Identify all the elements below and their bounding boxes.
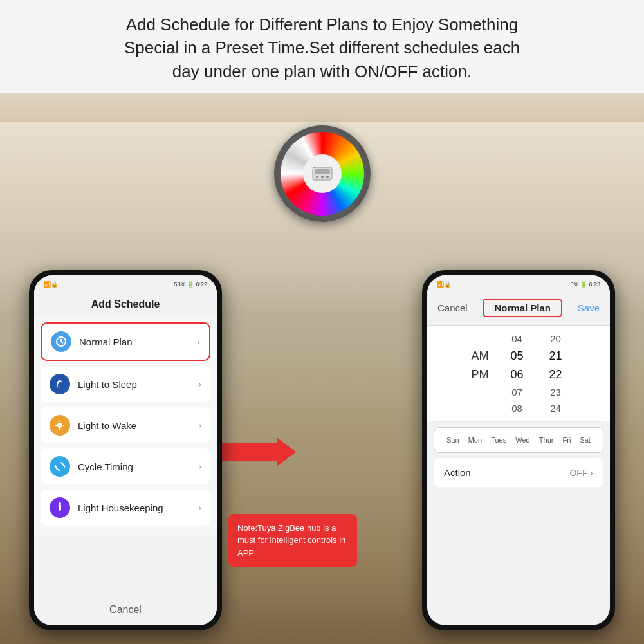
note-box: Note:Tuya ZigBee hub is a must for intel… xyxy=(228,514,357,567)
status-info-right: 53% 🔋 6:22 xyxy=(174,281,207,288)
schedule-item-cycle-timing[interactable]: Cycle Timing › xyxy=(41,448,210,484)
day-tues[interactable]: Tues xyxy=(490,434,508,446)
light-housekeeping-arrow: › xyxy=(198,502,201,513)
minute-0: 20 xyxy=(543,333,569,344)
action-label: Action xyxy=(444,467,471,478)
minute-3: 23 xyxy=(543,387,569,398)
day-mon[interactable]: Mon xyxy=(467,434,483,446)
cycle-timing-arrow: › xyxy=(198,461,201,472)
ampm-2: PM xyxy=(469,368,492,382)
time-row-1: AM 05 21 xyxy=(427,347,610,365)
svg-marker-14 xyxy=(54,465,56,468)
svg-point-16 xyxy=(59,502,61,505)
add-schedule-title: Add Schedule xyxy=(34,293,217,317)
hour-4: 08 xyxy=(504,403,530,414)
normal-plan-arrow: › xyxy=(197,336,200,347)
cycle-timing-icon xyxy=(50,456,70,477)
day-sun[interactable]: Sun xyxy=(445,434,461,446)
schedule-item-light-to-sleep[interactable]: Light to Sleep › xyxy=(41,366,210,402)
normal-plan-icon xyxy=(51,331,71,352)
svg-point-2 xyxy=(316,176,318,178)
light-housekeeping-label: Light Housekeeping xyxy=(78,502,198,513)
right-status-left: 📶🔒 xyxy=(437,281,451,288)
product-image xyxy=(274,125,371,222)
schedule-item-light-to-wake[interactable]: Light to Wake › xyxy=(41,407,210,443)
phone-right: 📶🔒 3% 🔋 6:23 Cancel Normal Plan Save 04 … xyxy=(422,270,615,630)
svg-rect-1 xyxy=(315,169,330,174)
product-icon xyxy=(309,164,335,183)
svg-point-3 xyxy=(321,176,324,178)
time-picker[interactable]: 04 20 AM 05 21 PM 06 22 07 23 08 24 xyxy=(427,326,610,421)
hour-2: 06 xyxy=(504,368,530,382)
normal-plan-label: Normal Plan xyxy=(79,336,197,347)
day-sat[interactable]: Sat xyxy=(578,434,592,446)
minute-1: 21 xyxy=(543,349,569,363)
normal-plan-title: Normal Plan xyxy=(483,299,562,317)
minute-2: 22 xyxy=(543,368,569,382)
light-to-wake-arrow: › xyxy=(198,420,201,430)
hour-3: 07 xyxy=(504,387,530,398)
right-cancel-button[interactable]: Cancel xyxy=(437,302,468,313)
minute-4: 24 xyxy=(543,403,569,414)
ampm-1: AM xyxy=(469,349,492,363)
right-status-right: 3% 🔋 6:23 xyxy=(570,281,600,288)
days-selector[interactable]: Sun Mon Tues Wed Thur Fri Sat xyxy=(434,427,603,453)
cycle-timing-label: Cycle Timing xyxy=(78,461,198,472)
hour-0: 04 xyxy=(504,333,530,344)
arrow-right-icon xyxy=(219,437,296,466)
phone-right-header: Cancel Normal Plan Save xyxy=(427,293,610,326)
day-wed[interactable]: Wed xyxy=(514,434,531,446)
day-fri[interactable]: Fri xyxy=(562,434,573,446)
light-to-wake-label: Light to Wake xyxy=(78,420,198,431)
phone-left-status-bar: 📶🔒 53% 🔋 6:22 xyxy=(34,275,217,293)
schedule-item-light-housekeeping[interactable]: Light Housekeeping › xyxy=(41,490,210,526)
light-housekeeping-icon xyxy=(50,497,70,518)
action-value: OFF › xyxy=(569,468,593,478)
svg-point-4 xyxy=(326,176,329,178)
action-row[interactable]: Action OFF › xyxy=(434,458,603,487)
phone-right-screen: 📶🔒 3% 🔋 6:23 Cancel Normal Plan Save 04 … xyxy=(427,275,610,625)
status-icons-left: 📶🔒 xyxy=(44,281,58,288)
time-row-0: 04 20 xyxy=(427,331,610,347)
day-thur[interactable]: Thur xyxy=(538,434,555,446)
svg-point-8 xyxy=(57,423,62,428)
cancel-button[interactable]: Cancel xyxy=(34,594,217,625)
phone-left: 📶🔒 53% 🔋 6:22 Add Schedule Normal Plan ›… xyxy=(29,270,222,630)
light-to-sleep-icon xyxy=(50,374,70,394)
light-to-sleep-arrow: › xyxy=(198,379,201,389)
phone-right-status-bar: 📶🔒 3% 🔋 6:23 xyxy=(427,275,610,293)
save-button[interactable]: Save xyxy=(578,302,600,313)
time-divider xyxy=(437,421,600,422)
schedule-items-list: Normal Plan › Light to Sleep › Light to … xyxy=(34,317,217,536)
phone-left-screen: 📶🔒 53% 🔋 6:22 Add Schedule Normal Plan ›… xyxy=(34,275,217,625)
time-row-4: 08 24 xyxy=(427,400,610,416)
svg-rect-15 xyxy=(59,504,61,511)
svg-line-7 xyxy=(61,342,63,343)
time-row-2: PM 06 22 xyxy=(427,365,610,384)
svg-marker-13 xyxy=(64,465,66,468)
header-text: Add Schedule for Different Plans to Enjo… xyxy=(26,13,618,83)
light-to-sleep-label: Light to Sleep xyxy=(78,379,198,390)
schedule-item-normal-plan[interactable]: Normal Plan › xyxy=(41,322,210,361)
header-section: Add Schedule for Different Plans to Enjo… xyxy=(0,0,644,93)
light-to-wake-icon xyxy=(50,415,70,436)
time-row-3: 07 23 xyxy=(427,384,610,400)
arrow-container xyxy=(219,437,296,466)
hour-1: 05 xyxy=(504,349,530,363)
note-text: Note:Tuya ZigBee hub is a must for intel… xyxy=(237,523,345,558)
